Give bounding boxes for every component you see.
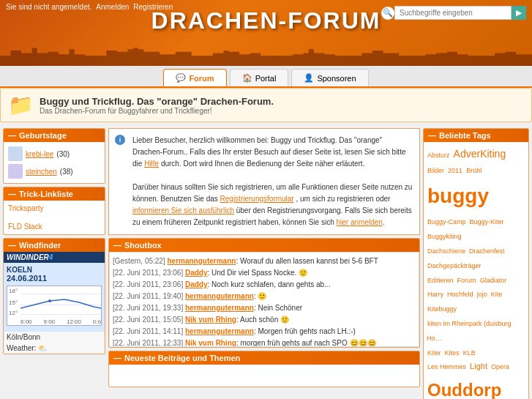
tab-sponsors[interactable]: 👤 Sponsoren bbox=[291, 69, 368, 86]
birthday-age: (38) bbox=[60, 168, 73, 176]
center-content: i Lieber Besucher, herzlich willkommen b… bbox=[108, 128, 420, 399]
tricks-body: Tricksparty FLD Stack bbox=[4, 201, 105, 234]
minus-icon: — bbox=[8, 190, 16, 198]
tag-light[interactable]: Light bbox=[470, 362, 487, 370]
tag-buggy-camp[interactable]: Buggy-Camp bbox=[427, 218, 466, 225]
forum-title: Buggy und Trickflug. Das "orange" Drache… bbox=[40, 96, 274, 107]
login-link[interactable]: Anmelden bbox=[96, 3, 129, 11]
tab-forum[interactable]: 💬 Forum bbox=[163, 69, 226, 86]
forum-icon: 💬 bbox=[176, 73, 186, 83]
tag-bruehl[interactable]: Brühl bbox=[466, 167, 482, 174]
welcome-box: i Lieber Besucher, herzlich willkommen b… bbox=[108, 128, 420, 235]
shoutbox-message: [22. Juni 2011, 14:11] hermanngutermann:… bbox=[113, 326, 416, 338]
birthdays-body: krebi-lee (30) steinchen (38) bbox=[4, 142, 105, 183]
tricks-section: — Trick-Linkliste Tricksparty FLD Stack bbox=[3, 187, 105, 235]
wind-city: KOELN bbox=[7, 266, 102, 274]
help-link[interactable]: Hilfe bbox=[144, 160, 159, 168]
tags-cloud: Absturz AdverKiting Bilder 2011 Brühl bu… bbox=[424, 142, 528, 399]
windfinder-brand: WINDINDER4 bbox=[4, 252, 105, 263]
birthdays-section: — Geburtstage krebi-lee (30) steinchen (… bbox=[3, 128, 105, 184]
tag-ouddorp[interactable]: Ouddorp bbox=[427, 380, 501, 399]
welcome-text: Lieber Besucher, herzlich willkommen bei… bbox=[132, 135, 413, 228]
new-posts-header: — Neueste Beiträge und Themen bbox=[109, 351, 419, 365]
tab-portal[interactable]: 🏠 Portal bbox=[230, 69, 289, 86]
wind-date: 24.06.2011 bbox=[7, 274, 102, 283]
windfinder-section: — Windfinder WINDINDER4 KOELN 24.06.2011… bbox=[3, 238, 105, 354]
search-input[interactable] bbox=[394, 6, 512, 20]
tag-kite[interactable]: Kite bbox=[491, 291, 503, 298]
birthdays-header: — Geburtstage bbox=[4, 129, 105, 142]
tag-dachenfest[interactable]: Drachenfest bbox=[469, 247, 505, 255]
new-posts-body bbox=[109, 365, 419, 387]
tag-buggy-kiter[interactable]: Buggy-Kiter bbox=[470, 218, 504, 225]
tag-buggykiting[interactable]: Buggykiting bbox=[427, 233, 462, 240]
tag-adverkiting[interactable]: AdverKiting bbox=[454, 148, 506, 160]
right-sidebar: — Beliebte Tags Absturz AdverKiting Bild… bbox=[423, 128, 529, 399]
tag-dachgepaeck[interactable]: Dachgepäckträger bbox=[427, 262, 482, 269]
tag-kiter[interactable]: Kiter bbox=[427, 349, 441, 357]
tag-hochfeld[interactable]: Hochfeld bbox=[447, 291, 473, 298]
shoutbox-message: [22. Juni 2011, 12:33] Nik vum Rhing: mo… bbox=[113, 338, 416, 347]
tricks-header: — Trick-Linkliste bbox=[4, 187, 105, 201]
new-posts-section: — Neueste Beiträge und Themen bbox=[108, 351, 420, 387]
weather-icon: ⛅ bbox=[38, 344, 47, 352]
forum-subtitle: Das Drachen-Forum für Buggyfahrer und Tr… bbox=[40, 107, 274, 115]
left-sidebar: — Geburtstage krebi-lee (30) steinchen (… bbox=[3, 128, 105, 399]
tag-absturz[interactable]: Absturz bbox=[427, 152, 450, 159]
info-icon: i bbox=[115, 135, 125, 145]
login-area: Sie sind nicht angemeldet. Anmelden Regi… bbox=[6, 3, 173, 11]
tag-kiten-rheinpark[interactable]: kiten im Rheinpark (duisburg Ho… bbox=[427, 320, 512, 342]
tag-bilder[interactable]: Bilder bbox=[427, 167, 444, 174]
svg-point-0 bbox=[48, 299, 51, 302]
birthday-item: steinchen (38) bbox=[8, 163, 100, 180]
trick-link[interactable]: FLD Stack bbox=[8, 222, 100, 231]
tag-buggy[interactable]: buggy bbox=[427, 184, 489, 207]
tags-header: — Beliebte Tags bbox=[424, 129, 528, 142]
shoutbox-message: [22. Juni 2011, 19:40] hermanngutermann:… bbox=[113, 291, 416, 302]
trick-link[interactable]: Tricksparty bbox=[8, 204, 100, 213]
avatar bbox=[8, 164, 23, 179]
tag-opera[interactable]: Opera bbox=[491, 363, 509, 370]
minus-icon: — bbox=[113, 354, 121, 362]
shoutbox-content[interactable]: [Gestern, 05:22] hermanngutermann: Worau… bbox=[109, 252, 419, 347]
birthday-user-link[interactable]: krebi-lee bbox=[26, 150, 53, 158]
birthday-item: krebi-lee (30) bbox=[8, 145, 100, 163]
avatar bbox=[8, 146, 23, 161]
logo-text: DRACHEN-FORUM bbox=[151, 7, 381, 34]
tag-forum[interactable]: Forum bbox=[457, 277, 476, 284]
tag-gladiator[interactable]: Gladiator bbox=[480, 277, 507, 284]
here-login-link[interactable]: hier anmelden bbox=[337, 218, 383, 226]
minus-icon: — bbox=[428, 131, 436, 140]
windfinder-body: WINDINDER4 KOELN 24.06.2011 18° 15° 12° bbox=[4, 252, 105, 354]
tag-dachschiene[interactable]: Dachschiene bbox=[427, 247, 465, 255]
search-button[interactable]: ▶ bbox=[512, 6, 526, 20]
tag-les-hemmes[interactable]: Les Hemmes bbox=[427, 363, 466, 370]
not-logged-text: Sie sind nicht angemeldet. bbox=[6, 3, 91, 11]
shoutbox-message: [22. Juni 2011, 15:05] Nik vum Rhing: Au… bbox=[113, 314, 416, 326]
search-area: 🔍 ▶ bbox=[381, 6, 526, 20]
registration-form-link[interactable]: Registrierungsformular bbox=[220, 195, 294, 203]
minus-icon: — bbox=[8, 131, 16, 140]
inform-link[interactable]: informieren Sie sich ausführlich bbox=[132, 206, 234, 215]
birthday-user-link[interactable]: steinchen bbox=[26, 168, 57, 176]
weather-label: Weather: ⛅ bbox=[4, 343, 105, 354]
sponsors-icon: 👤 bbox=[304, 73, 314, 83]
minus-icon: — bbox=[8, 241, 16, 250]
portal-icon: 🏠 bbox=[242, 73, 252, 83]
tag-kitebuggy[interactable]: Kitebuggy bbox=[427, 305, 457, 313]
shoutbox-header: — Shoutbox bbox=[109, 239, 419, 252]
city-silhouette bbox=[0, 40, 532, 66]
shoutbox-message: [22. Juni 2011, 19:33] hermanngutermann:… bbox=[113, 302, 416, 314]
tag-harry[interactable]: Harry bbox=[427, 291, 443, 298]
header: Sie sind nicht angemeldet. Anmelden Regi… bbox=[0, 0, 532, 66]
tag-2011[interactable]: 2011 bbox=[448, 167, 462, 174]
folder-icon: 📁 bbox=[8, 93, 34, 117]
nav-tabs: 💬 Forum 🏠 Portal 👤 Sponsoren bbox=[0, 66, 532, 88]
wind-chart: 18° 15° 12° 6:0 bbox=[7, 286, 102, 326]
tag-klb[interactable]: KLB bbox=[463, 349, 476, 357]
windfinder-content: KOELN 24.06.2011 18° 15° 12° bbox=[4, 263, 105, 332]
tag-jojo[interactable]: jojo bbox=[477, 291, 487, 298]
tag-kites[interactable]: Kites bbox=[445, 349, 460, 357]
tag-editieren[interactable]: Editieren bbox=[427, 277, 454, 284]
shoutbox-message: [22. Juni 2011, 23:06] Daddy: Und Dir vi… bbox=[113, 267, 416, 279]
